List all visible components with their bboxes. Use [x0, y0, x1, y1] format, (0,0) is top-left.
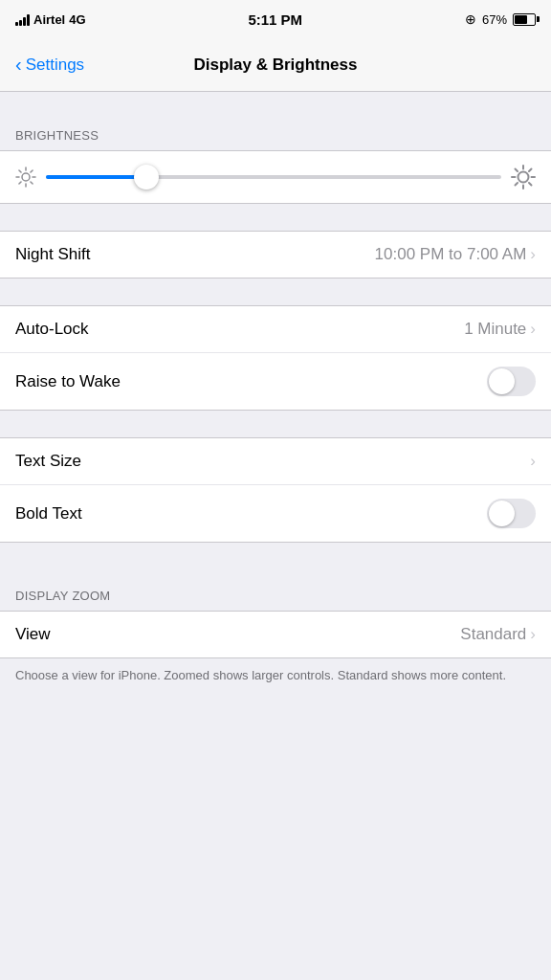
auto-lock-chevron-icon: ›	[530, 320, 536, 339]
bold-text-row: Bold Text	[0, 484, 551, 542]
gap-3	[0, 411, 551, 437]
text-size-chevron-group: ›	[530, 452, 536, 471]
network-label: 4G	[69, 12, 85, 27]
svg-line-17	[516, 183, 518, 186]
chevron-left-icon: ‹	[15, 55, 22, 74]
raise-to-wake-label: Raise to Wake	[15, 372, 121, 391]
nav-bar: ‹ Settings Display & Brightness	[0, 38, 551, 92]
text-card: Text Size › Bold Text	[0, 437, 551, 543]
gap-4	[0, 543, 551, 569]
display-zoom-card: View Standard ›	[0, 611, 551, 658]
display-zoom-section-label: DISPLAY ZOOM	[0, 569, 551, 611]
signal-bars	[15, 12, 30, 26]
status-left: Airtel 4G	[15, 12, 86, 27]
text-size-label: Text Size	[15, 452, 81, 471]
raise-to-wake-thumb	[489, 368, 515, 394]
battery-icon	[513, 13, 536, 26]
signal-bar-2	[19, 20, 22, 26]
battery-percent: 67%	[482, 12, 507, 27]
brightness-row	[15, 165, 536, 189]
night-shift-value-group: 10:00 PM to 7:00 AM ›	[375, 245, 536, 264]
text-size-row[interactable]: Text Size ›	[0, 438, 551, 484]
night-shift-card: Night Shift 10:00 PM to 7:00 AM ›	[0, 231, 551, 278]
brightness-slider[interactable]	[46, 175, 501, 179]
back-label: Settings	[26, 56, 84, 75]
slider-thumb[interactable]	[134, 165, 159, 189]
status-right: ⊕ 67%	[465, 11, 536, 27]
signal-bar-4	[27, 14, 30, 26]
bold-text-label: Bold Text	[15, 504, 82, 523]
signal-bar-3	[23, 17, 26, 26]
page-title: Display & Brightness	[194, 56, 358, 75]
display-zoom-footer: Choose a view for iPhone. Zoomed shows l…	[0, 658, 551, 701]
night-shift-value: 10:00 PM to 7:00 AM	[375, 245, 527, 264]
auto-lock-row[interactable]: Auto-Lock 1 Minute ›	[0, 306, 551, 352]
battery-fill	[515, 15, 527, 24]
night-shift-chevron-icon: ›	[530, 245, 536, 264]
back-button[interactable]: ‹ Settings	[15, 56, 84, 75]
status-bar: Airtel 4G 5:11 PM ⊕ 67%	[0, 0, 551, 38]
view-row[interactable]: View Standard ›	[0, 612, 551, 657]
svg-line-5	[19, 170, 21, 172]
svg-line-15	[529, 183, 532, 186]
text-size-chevron-icon: ›	[530, 452, 536, 471]
auto-lock-value: 1 Minute	[464, 320, 526, 339]
night-shift-label: Night Shift	[15, 245, 90, 264]
raise-to-wake-row: Raise to Wake	[0, 352, 551, 410]
svg-point-0	[22, 173, 30, 181]
night-shift-row[interactable]: Night Shift 10:00 PM to 7:00 AM ›	[0, 232, 551, 278]
raise-to-wake-toggle[interactable]	[487, 367, 536, 396]
location-icon: ⊕	[465, 11, 476, 27]
bold-text-thumb	[489, 501, 515, 526]
slider-fill	[46, 175, 146, 179]
view-value: Standard	[460, 625, 526, 644]
view-value-group: Standard ›	[460, 625, 536, 644]
gap-2	[0, 278, 551, 305]
auto-lock-label: Auto-Lock	[15, 320, 89, 339]
carrier-label: Airtel	[33, 12, 65, 27]
brightness-card	[0, 150, 551, 204]
svg-line-16	[529, 169, 532, 172]
svg-line-7	[31, 170, 33, 172]
gap-1	[0, 204, 551, 231]
svg-point-9	[518, 172, 529, 183]
sun-large-icon	[511, 165, 536, 189]
svg-line-6	[31, 182, 33, 184]
sun-small-icon	[15, 167, 36, 188]
lock-wake-card: Auto-Lock 1 Minute › Raise to Wake	[0, 305, 551, 411]
bold-text-toggle[interactable]	[487, 499, 536, 528]
svg-line-8	[19, 182, 21, 184]
signal-bar-1	[15, 22, 18, 26]
auto-lock-value-group: 1 Minute ›	[464, 320, 536, 339]
status-time: 5:11 PM	[248, 11, 302, 28]
svg-line-14	[516, 169, 518, 172]
brightness-section-label: BRIGHTNESS	[0, 109, 551, 150]
view-chevron-icon: ›	[530, 625, 536, 644]
view-label: View	[15, 625, 51, 644]
gap-top	[0, 92, 551, 109]
